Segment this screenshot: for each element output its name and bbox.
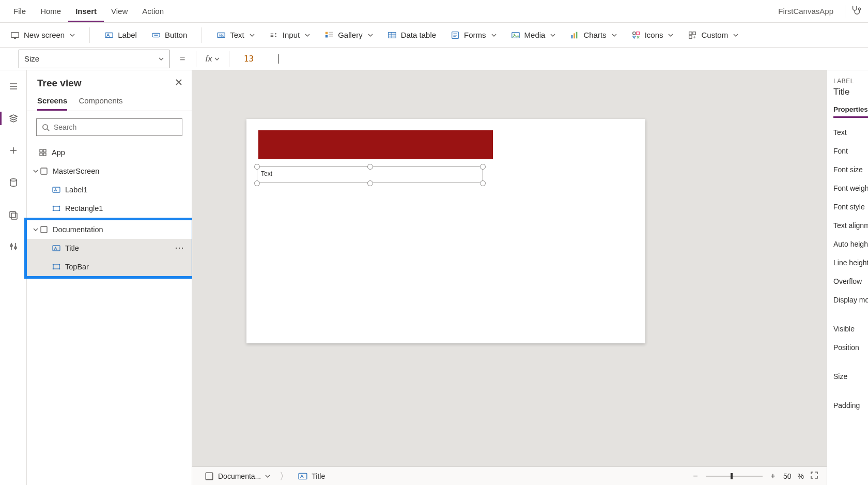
rectangle-icon [52,204,61,213]
tree-node-rectangle1[interactable]: Rectangle1 [27,199,192,218]
svg-rect-1 [11,32,19,37]
resize-handle[interactable] [254,180,260,186]
rail-media[interactable] [3,206,24,223]
tree-node-label1[interactable]: Label1 [27,180,192,199]
insert-media-menu[interactable]: Media [511,31,556,40]
resize-handle[interactable] [367,180,373,186]
chevron-down-icon [368,31,373,39]
app-checker-icon[interactable] [850,5,862,18]
label-icon [104,31,114,40]
insert-icons-menu[interactable]: Icons [631,31,674,40]
insert-custom-label: Custom [701,31,728,39]
property-selector-value: Size [24,54,39,63]
property-row[interactable]: Display mod [833,296,868,304]
property-row[interactable]: Font [833,147,868,155]
tab-components[interactable]: Components [79,96,122,111]
control-topbar[interactable] [258,130,493,159]
svg-point-0 [858,8,860,10]
new-screen-button[interactable]: New screen [10,31,75,40]
chevron-down-icon[interactable] [32,169,39,174]
canvas-stage[interactable]: Text [192,70,827,466]
property-row[interactable]: Padding [833,401,868,410]
resize-handle[interactable] [480,180,486,186]
menu-insert[interactable]: Insert [68,0,104,22]
more-icon[interactable]: ··· [175,244,184,252]
menu-action[interactable]: Action [135,0,171,22]
insert-text-menu[interactable]: Abc Text [216,31,255,40]
tree-search[interactable] [36,118,182,136]
tree-search-input[interactable] [54,123,177,131]
svg-rect-14 [388,32,395,38]
property-row[interactable]: Visible [833,325,868,333]
formula-input[interactable]: 13 [237,54,254,64]
close-icon[interactable] [175,79,182,88]
zoom-in-button[interactable]: + [769,472,777,481]
fx-button[interactable]: fx [204,54,222,64]
svg-rect-32 [40,149,42,152]
rail-hamburger[interactable] [3,78,24,95]
property-row[interactable]: Text [833,128,868,137]
tab-screens[interactable]: Screens [37,96,67,111]
tree-label: Documentation [53,225,184,234]
text-cursor [278,54,279,64]
resize-handle[interactable] [367,164,373,170]
chevron-down-icon[interactable] [32,227,39,232]
separator [202,27,202,43]
property-row[interactable]: Font style [833,203,868,211]
insert-gallery-menu[interactable]: Gallery [324,31,373,40]
insert-label-button[interactable]: Label [104,31,137,40]
chevron-down-icon [550,31,555,39]
artboard[interactable]: Text [246,119,645,343]
fit-to-window-icon[interactable] [810,471,818,481]
svg-point-40 [59,206,60,207]
control-name: Title [833,87,868,97]
property-row[interactable]: Size [833,372,868,381]
insert-forms-menu[interactable]: Forms [451,31,497,40]
property-row[interactable]: Position [833,343,868,352]
zoom-unit: % [798,472,804,480]
insert-button-button[interactable]: Button [151,31,187,40]
datatable-icon [388,31,397,40]
property-row[interactable]: Text alignme [833,221,868,230]
rectangle-icon [52,262,61,271]
tree-label: TopBar [65,263,184,271]
tree-node-app[interactable]: App [27,143,192,162]
svg-rect-27 [10,211,16,218]
insert-text-label: Text [230,31,244,39]
rail-insert[interactable] [3,142,24,159]
svg-rect-13 [329,35,333,36]
tree-node-title[interactable]: Title ··· [27,239,192,257]
tree-node-topbar[interactable]: TopBar [27,257,192,276]
insert-input-menu[interactable]: Input [269,31,310,40]
property-selector[interactable]: Size [19,50,169,68]
menu-bar: File Home Insert View Action FirstCanvas… [0,0,868,23]
rail-treeview[interactable] [3,110,24,127]
tree-view-title: Tree view [37,78,82,89]
breadcrumb-screen[interactable]: Documenta... [200,472,274,481]
property-row[interactable]: Overflow [833,277,868,285]
svg-point-49 [59,268,60,270]
rail-data[interactable] [3,174,24,191]
menu-home[interactable]: Home [33,0,68,22]
resize-handle[interactable] [254,164,260,170]
rail-advanced[interactable] [3,238,24,255]
insert-datatable-button[interactable]: Data table [388,31,436,40]
insert-charts-menu[interactable]: Charts [570,31,616,40]
tree-node-documentation[interactable]: Documentation [27,220,192,239]
zoom-thumb[interactable] [731,473,733,479]
zoom-slider[interactable] [706,476,763,477]
tree-node-masterscreen[interactable]: MasterScreen [27,162,192,180]
menu-file[interactable]: File [6,0,33,22]
breadcrumb-control[interactable]: Title [294,472,329,481]
insert-charts-label: Charts [583,31,606,39]
resize-handle[interactable] [480,164,486,170]
property-row[interactable]: Line height [833,259,868,267]
zoom-out-button[interactable]: − [691,472,700,481]
property-row[interactable]: Auto height [833,240,868,248]
menu-view[interactable]: View [104,0,135,22]
property-row[interactable]: Font weight [833,184,868,192]
insert-custom-menu[interactable]: Custom [688,31,738,40]
tab-properties[interactable]: Properties [833,105,868,118]
new-screen-label: New screen [24,31,65,39]
property-row[interactable]: Font size [833,165,868,174]
